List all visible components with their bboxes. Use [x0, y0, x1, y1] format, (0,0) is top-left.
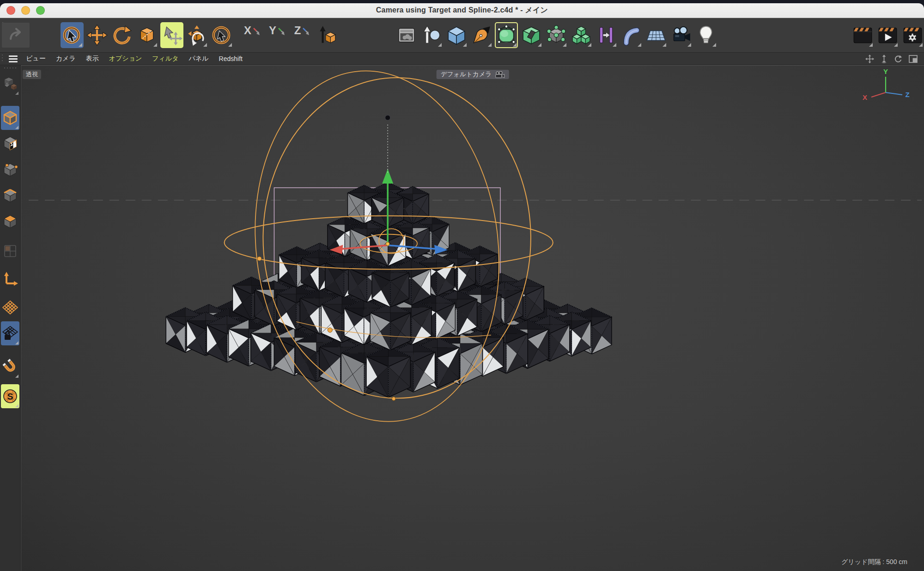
- make-editable-button[interactable]: [1, 72, 19, 96]
- bend-deformer-button[interactable]: [620, 22, 643, 48]
- render-view-clapper-button[interactable]: [851, 22, 874, 48]
- edge-mode-button[interactable]: [1, 184, 19, 208]
- render-settings-gear-icon: [902, 25, 923, 46]
- spline-wrap-icon: [596, 25, 617, 46]
- primitive-cube-icon: [446, 25, 467, 46]
- lock-workplane-button[interactable]: [1, 321, 19, 345]
- polygon-mode-button[interactable]: [1, 209, 19, 233]
- menu-options[interactable]: オプション: [109, 55, 142, 63]
- spline-pen-button[interactable]: [470, 22, 493, 48]
- quantize-button[interactable]: S: [1, 384, 19, 408]
- render-play-icon: [877, 25, 898, 46]
- lock-z-axis-button[interactable]: Z: [291, 20, 314, 50]
- edge-mode-icon: [2, 188, 18, 203]
- make-editable-icon: [3, 76, 18, 91]
- menubar-grip[interactable]: [1, 55, 4, 63]
- axis-x-label: X: [863, 93, 867, 101]
- rotate-view-icon[interactable]: [894, 55, 902, 63]
- uv-mode-button[interactable]: [1, 239, 19, 263]
- boole-icon: [521, 25, 542, 46]
- primitive-cube-button[interactable]: [445, 22, 468, 48]
- render-picture-viewer-button[interactable]: [876, 22, 899, 48]
- pan-view-icon[interactable]: [865, 55, 874, 63]
- workplane-mode-button[interactable]: [1, 295, 19, 319]
- uv-mode-icon: [3, 244, 18, 258]
- texture-mode-button[interactable]: [1, 132, 19, 156]
- texture-mode-icon: [2, 136, 18, 152]
- active-camera-label: デフォルトカメラ: [441, 71, 492, 78]
- cursor-move-icon: [161, 25, 182, 46]
- menu-display[interactable]: 表示: [86, 55, 99, 63]
- bend-icon: [620, 25, 642, 46]
- active-camera-chip[interactable]: デフォルトカメラ: [437, 70, 509, 79]
- grid-spacing-label: グリッド間隔 : 500 cm: [841, 558, 907, 566]
- tweak-cube-icon: [186, 25, 207, 46]
- axis-z-label: Z: [905, 91, 909, 98]
- point-mode-button[interactable]: [1, 158, 19, 182]
- lock-y-axis-button[interactable]: Y: [266, 20, 289, 50]
- mode-sidebar: S: [0, 65, 21, 571]
- pen-icon: [471, 25, 492, 46]
- move-tool-button[interactable]: [85, 22, 109, 48]
- axis-indicator: Y X Z: [857, 68, 912, 106]
- app-window: Camera using Target and Spline-2.c4d * -…: [0, 3, 924, 571]
- simulation-icon: [421, 25, 442, 46]
- array-button[interactable]: [570, 22, 593, 48]
- viewport-menubar: ビュー カメラ 表示 オプション フィルタ パネル Redshift: [0, 53, 924, 65]
- subdivision-surface-button[interactable]: [495, 22, 518, 48]
- selection-ring-button[interactable]: [210, 22, 233, 48]
- tweak-tool-button[interactable]: [185, 22, 208, 48]
- view-navigation: [865, 55, 918, 63]
- menu-camera[interactable]: カメラ: [56, 55, 76, 63]
- menu-view[interactable]: ビュー: [26, 55, 46, 63]
- live-selection-icon: [61, 25, 83, 46]
- svg-text:S: S: [7, 392, 13, 401]
- main-toolbar: X Y Z: [0, 18, 924, 53]
- snap-button[interactable]: [1, 355, 19, 379]
- light-button[interactable]: [694, 22, 717, 48]
- menu-redshift[interactable]: Redshift: [219, 55, 243, 62]
- axis-mode-button[interactable]: [1, 267, 19, 291]
- content-area: S 透視 デフォルトカメラ Y X: [0, 65, 924, 571]
- last-tool-move-button[interactable]: [160, 22, 183, 48]
- camera-chip-icon: [494, 71, 505, 78]
- lock-workplane-icon: [2, 325, 18, 342]
- camera-icon: [670, 25, 692, 46]
- lock-x-axis-button[interactable]: X: [241, 20, 264, 50]
- rotate-tool-button[interactable]: [110, 22, 134, 48]
- rotate-icon: [111, 25, 133, 46]
- redo-button[interactable]: [2, 23, 30, 48]
- axis-mode-icon: [2, 271, 18, 287]
- cloner-button[interactable]: [545, 22, 568, 48]
- light-icon: [695, 25, 717, 46]
- model-mode-button[interactable]: [1, 106, 19, 130]
- coordinate-system-icon: [316, 25, 338, 46]
- point-mode-icon: [2, 162, 18, 178]
- floor-icon: [645, 25, 667, 46]
- zoom-view-icon[interactable]: [881, 55, 888, 63]
- lock-y-label: Y: [269, 25, 276, 37]
- projection-menu[interactable]: 透視: [23, 70, 41, 79]
- render-settings-button[interactable]: [901, 22, 924, 48]
- maximize-view-icon[interactable]: [909, 55, 918, 63]
- scale-tool-button[interactable]: [135, 22, 158, 48]
- camera-button[interactable]: [669, 22, 693, 48]
- boole-button[interactable]: [520, 22, 543, 48]
- sidebar-grip[interactable]: [4, 67, 16, 70]
- render-view-button[interactable]: [395, 22, 418, 48]
- y-axis-icon: [277, 25, 286, 37]
- cloner-icon: [546, 25, 567, 46]
- menu-filter[interactable]: フィルタ: [152, 55, 178, 63]
- viewport-menu-button[interactable]: [9, 55, 18, 62]
- coordinate-system-button[interactable]: [316, 22, 339, 48]
- lock-x-label: X: [244, 25, 251, 37]
- simulation-button[interactable]: [420, 22, 443, 48]
- redo-icon: [6, 26, 25, 44]
- viewport: 透視 デフォルトカメラ Y X Z グリッド間隔 : 500 cm: [21, 65, 924, 571]
- viewport-canvas[interactable]: [21, 66, 924, 571]
- live-selection-button[interactable]: [61, 22, 84, 48]
- menu-panel[interactable]: パネル: [189, 55, 209, 63]
- render-button-group: [849, 22, 924, 48]
- floor-button[interactable]: [644, 22, 668, 48]
- spline-wrap-button[interactable]: [595, 22, 618, 48]
